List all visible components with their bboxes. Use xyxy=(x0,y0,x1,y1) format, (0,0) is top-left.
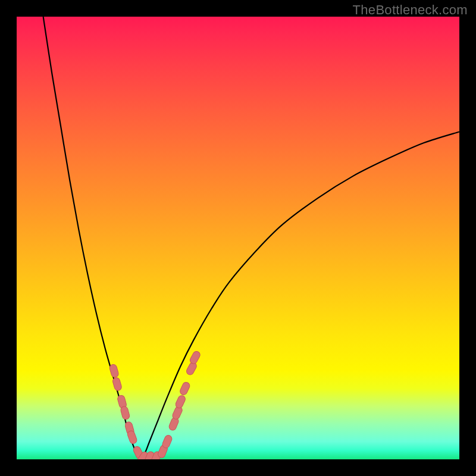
chart-frame: TheBottleneck.com xyxy=(0,0,476,476)
marker-pill xyxy=(174,394,186,409)
marker-pill xyxy=(112,377,123,391)
marker-pill xyxy=(127,430,138,444)
marker-pill xyxy=(179,381,191,396)
watermark-text: TheBottleneck.com xyxy=(353,2,468,18)
curve-layer xyxy=(17,17,459,459)
marker-pill xyxy=(120,406,130,420)
marker-group xyxy=(109,350,201,459)
curve-left-branch xyxy=(43,17,141,459)
marker-pill xyxy=(109,364,120,378)
marker-pill xyxy=(161,434,173,449)
marker-pill xyxy=(189,350,201,365)
plot-area xyxy=(17,17,459,459)
curve-right-branch xyxy=(140,131,459,459)
